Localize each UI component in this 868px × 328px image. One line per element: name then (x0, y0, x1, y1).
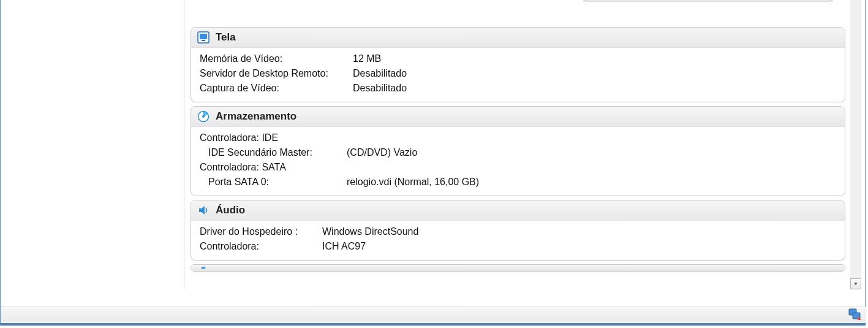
storage-controller-sata: Controladora: SATA (200, 160, 836, 175)
display-label: Servidor de Desktop Remoto: (200, 66, 353, 81)
section-storage-header[interactable]: Armazenamento (191, 107, 845, 127)
scroll-down-button[interactable] (850, 278, 861, 289)
section-next-header[interactable] (191, 265, 845, 271)
section-next-peek (191, 264, 845, 272)
storage-ide-port-value: (CD/DVD) Vazio (347, 145, 836, 160)
network-icon (197, 265, 209, 270)
audio-value: Windows DirectSound (322, 224, 836, 239)
display-label: Captura de Vídeo: (200, 81, 353, 96)
section-storage-body: Controladora: IDE IDE Secundário Master:… (191, 127, 845, 196)
section-audio-body: Driver do Hospedeiro : Windows DirectSou… (191, 221, 845, 260)
svg-rect-2 (202, 40, 205, 41)
audio-label: Driver do Hospedeiro : (200, 224, 322, 239)
storage-controller-ide: Controladora: IDE (200, 131, 836, 145)
preview-thumbnail-frame (583, 0, 833, 1)
audio-row: Controladora: ICH AC97 (200, 239, 836, 254)
display-value: Desabilitado (353, 66, 836, 81)
storage-controller-ide-label: Controladora: IDE (200, 131, 836, 145)
section-storage: Armazenamento Controladora: IDE IDE Secu… (191, 106, 845, 196)
audio-label: Controladora: (200, 239, 322, 254)
scrollbar[interactable] (850, 0, 861, 289)
storage-ide-port: IDE Secundário Master: (CD/DVD) Vazio (200, 145, 836, 160)
storage-icon (197, 110, 209, 123)
storage-ide-port-label: IDE Secundário Master: (200, 145, 347, 160)
status-bar (1, 307, 866, 322)
section-display-title: Tela (216, 31, 236, 44)
section-storage-title: Armazenamento (216, 110, 296, 123)
display-row: Captura de Vídeo: Desabilitado (200, 81, 836, 96)
display-value: 12 MB (353, 51, 836, 66)
section-audio-title: Áudio (216, 204, 245, 216)
vm-details-pane: Tela Memória de Vídeo: 12 MB Servidor de… (186, 0, 850, 289)
section-display-body: Memória de Vídeo: 12 MB Servidor de Desk… (191, 48, 845, 102)
storage-controller-sata-label: Controladora: SATA (200, 160, 836, 175)
section-audio-header[interactable]: Áudio (191, 200, 845, 221)
storage-sata-port-value: relogio.vdi (Normal, 16,00 GB) (347, 175, 836, 189)
display-row: Memória de Vídeo: 12 MB (200, 51, 836, 66)
audio-row: Driver do Hospedeiro : Windows DirectSou… (200, 224, 836, 239)
display-label: Memória de Vídeo: (200, 51, 353, 66)
svg-rect-5 (202, 267, 205, 269)
storage-sata-port-label: Porta SATA 0: (200, 175, 347, 189)
audio-icon (197, 204, 209, 216)
tray-vm-icon[interactable] (848, 308, 861, 321)
svg-rect-1 (200, 34, 207, 39)
section-audio: Áudio Driver do Hospedeiro : Windows Dir… (191, 200, 845, 261)
vm-list-pane (4, 0, 184, 289)
section-display: Tela Memória de Vídeo: 12 MB Servidor de… (191, 27, 845, 102)
storage-sata-port: Porta SATA 0: relogio.vdi (Normal, 16,00… (200, 175, 836, 189)
vm-details-window: Tela Memória de Vídeo: 12 MB Servidor de… (0, 0, 866, 326)
svg-point-4 (202, 115, 205, 118)
display-row: Servidor de Desktop Remoto: Desabilitado (200, 66, 836, 81)
audio-value: ICH AC97 (322, 239, 836, 254)
section-display-header[interactable]: Tela (191, 28, 845, 48)
display-value: Desabilitado (353, 81, 836, 96)
display-icon (197, 31, 209, 44)
